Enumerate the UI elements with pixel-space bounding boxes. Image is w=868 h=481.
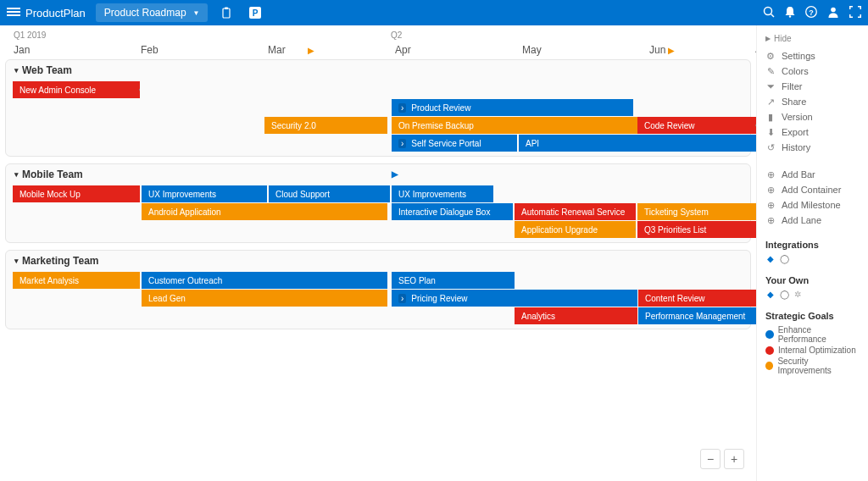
- roadmap-bar[interactable]: Market Analysis: [13, 272, 140, 289]
- roadmap-bar[interactable]: Content Review: [638, 290, 756, 307]
- sidebar-version[interactable]: ▮Version: [765, 109, 860, 124]
- own-circle-icon[interactable]: ◯: [779, 289, 789, 299]
- svg-rect-0: [223, 8, 230, 18]
- month-label: Jun: [649, 44, 665, 56]
- sidebar-add-container[interactable]: ⊕Add Container: [765, 182, 860, 197]
- roadmap-bar[interactable]: Cloud Support: [269, 185, 390, 202]
- goals-heading: Strategic Goals: [765, 311, 860, 321]
- roadmap-area[interactable]: Q1 2019Q2QJanFebMarAprMayJunJ▶▶ ▾Web Tea…: [0, 25, 756, 481]
- roadmap-selector[interactable]: Product Roadmap ▼: [96, 3, 209, 22]
- search-icon[interactable]: [763, 6, 775, 20]
- chevron-down-icon: ▾: [14, 170, 19, 179]
- bar-label: UX Improvements: [398, 190, 466, 199]
- track: AnalyticsPerformance Management: [6, 307, 750, 324]
- sidebar-history[interactable]: ↺History: [765, 140, 860, 155]
- roadmap-bar[interactable]: Mobile Mock Up: [13, 185, 140, 202]
- filter-icon-icon: ⏷: [765, 81, 776, 91]
- quarter-label: Q2: [391, 30, 402, 40]
- milestone-connector-icon: [755, 121, 756, 130]
- roadmap-bar[interactable]: Analytics: [515, 307, 637, 324]
- roadmap-bar[interactable]: Automatic Renewal Service: [515, 203, 636, 220]
- own-gear-icon[interactable]: ✲: [793, 289, 803, 299]
- month-label: Jan: [14, 44, 30, 56]
- integration-github-icon[interactable]: ◯: [779, 253, 789, 263]
- bar-label: Mobile Mock Up: [19, 190, 81, 199]
- roadmap-bar[interactable]: New Admin Console: [13, 81, 140, 98]
- bar-label: Automatic Renewal Service: [521, 207, 625, 217]
- lane-name: Web Team: [22, 64, 72, 76]
- roadmap-bar[interactable]: Security 2.0: [264, 117, 387, 134]
- bell-icon[interactable]: [785, 6, 795, 20]
- color-swatch-icon: [765, 346, 774, 355]
- month-label: Apr: [395, 44, 411, 56]
- roadmap-bar[interactable]: Q3 Priorities List: [637, 221, 756, 238]
- parking-button[interactable]: P: [245, 3, 265, 23]
- svg-line-5: [771, 14, 775, 17]
- milestone-connector-icon: [635, 225, 636, 234]
- strategic-goal[interactable]: Internal Optimization: [765, 345, 860, 356]
- lane-play-icon: ▶: [392, 169, 398, 179]
- sidebar-settings[interactable]: ⚙Settings: [765, 48, 860, 64]
- roadmap-bar[interactable]: Interactive Dialogue Box: [392, 203, 513, 220]
- sidebar-link-label: History: [782, 142, 810, 152]
- roadmap-bar[interactable]: ›Self Service Portal: [392, 135, 517, 152]
- help-icon[interactable]: ?: [805, 6, 817, 20]
- roadmap-bar[interactable]: Performance Management: [638, 307, 756, 324]
- roadmap-bar[interactable]: UX Improvements: [142, 185, 267, 202]
- sidebar-colors[interactable]: ✎Colors: [765, 64, 860, 79]
- clipboard-button[interactable]: [216, 3, 236, 23]
- sidebar-add-milestone[interactable]: ⊕Add Milestone: [765, 197, 860, 213]
- bar-label: Customer Outreach: [148, 276, 222, 285]
- sidebar-filter[interactable]: ⏷Filter: [765, 79, 860, 94]
- roadmap-bar[interactable]: UX Improvements: [392, 185, 493, 202]
- month-label: Feb: [141, 44, 159, 56]
- sidebar-link-label: Add Container: [782, 185, 841, 195]
- topbar: ProductPlan Product Roadmap ▼ P ?: [0, 0, 868, 25]
- sidebar-add-lane[interactable]: ⊕Add Lane: [765, 213, 860, 228]
- plus-circle-icon: ⊕: [765, 200, 776, 210]
- track: Mobile Mock UpUX ImprovementsCloud Suppo…: [6, 185, 750, 202]
- strategic-goal[interactable]: Enhance Performance: [765, 324, 860, 345]
- track: Security 2.0On Premise BackupCode Review: [6, 117, 750, 134]
- brand[interactable]: ProductPlan: [7, 7, 86, 19]
- lane: ▾Mobile Team▶Mobile Mock UpUX Improvemen…: [5, 163, 751, 243]
- roadmap-bar[interactable]: Code Review: [637, 117, 756, 134]
- lane-header[interactable]: ▾Mobile Team▶: [6, 164, 750, 185]
- roadmap-bar[interactable]: Application Upgrade: [515, 221, 636, 238]
- goal-label: Internal Optimization: [778, 346, 856, 355]
- quarter-label: Q1 2019: [14, 30, 46, 40]
- roadmap-bar[interactable]: Android Application: [142, 203, 387, 220]
- sidebar-hide[interactable]: ▶ Hide: [765, 32, 860, 48]
- plus-circle-icon: ⊕: [765, 215, 776, 225]
- bar-label: Cloud Support: [275, 190, 330, 199]
- lane-header[interactable]: ▾Marketing Team: [6, 251, 750, 271]
- sidebar-share[interactable]: ↗Share: [765, 94, 860, 109]
- roadmap-bar[interactable]: Customer Outreach: [142, 272, 387, 289]
- lane-header[interactable]: ▾Web Team: [6, 60, 750, 80]
- expand-arrow-icon: ›: [398, 103, 406, 113]
- zoom-out-button[interactable]: −: [700, 449, 721, 469]
- roadmap-bar[interactable]: On Premise Backup: [392, 117, 637, 134]
- sidebar-link-label: Share: [782, 97, 806, 107]
- zoom-in-button[interactable]: +: [724, 449, 744, 469]
- roadmap-bar[interactable]: API: [519, 135, 756, 152]
- bar-label: New Admin Console: [19, 86, 96, 95]
- roadmap-bar[interactable]: ›Pricing Review: [392, 290, 637, 307]
- roadmap-bar[interactable]: Lead Gen: [142, 290, 387, 307]
- track: Market AnalysisCustomer OutreachSEO Plan: [6, 272, 750, 289]
- fullscreen-icon[interactable]: [849, 6, 861, 20]
- roadmap-bar[interactable]: SEO Plan: [392, 272, 515, 289]
- bar-label: Market Analysis: [19, 276, 79, 285]
- own-diamond-icon[interactable]: ◆: [765, 289, 776, 299]
- user-icon[interactable]: [827, 6, 839, 20]
- sidebar-add-bar[interactable]: ⊕Add Bar: [765, 167, 860, 182]
- bar-label: Lead Gen: [148, 294, 186, 303]
- roadmap-bar[interactable]: Ticketing System: [637, 203, 756, 220]
- integration-diamond-icon[interactable]: ◆: [765, 253, 776, 263]
- strategic-goal[interactable]: Security Improvements: [765, 356, 860, 376]
- topbar-right: ?: [763, 6, 861, 20]
- sidebar-link-label: Export: [782, 127, 809, 137]
- sidebar-export[interactable]: ⬇Export: [765, 124, 860, 140]
- roadmap-bar[interactable]: ›Product Review: [392, 99, 633, 116]
- lane: ▾Web TeamNew Admin Console›Product Revie…: [5, 59, 751, 157]
